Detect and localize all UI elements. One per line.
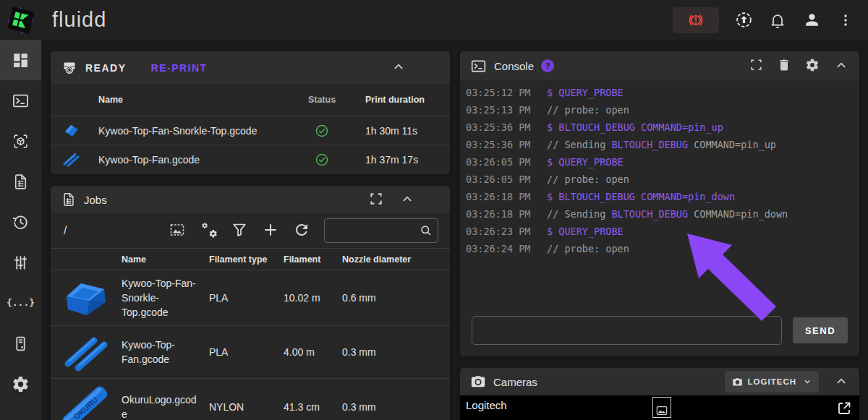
console-text: // probe: open	[547, 173, 629, 185]
job-file-row[interactable]: OKURUOkuruLogo.gcodeNYLON41.3 cm0.3 mm	[51, 379, 450, 420]
sidebar-item-history[interactable]	[0, 202, 41, 242]
console-text: BLTOUCH_DEBUG	[611, 139, 688, 150]
console-text: COMMAND=pin_down	[688, 208, 788, 220]
console-line: 03:26:18 PM$ BLTOUCH_DEBUG COMMAND=pin_d…	[466, 188, 852, 205]
console-title: Console	[494, 60, 534, 72]
status-panel: READY RE-PRINT Name Status Print duratio…	[51, 51, 450, 174]
jobs-toolbar: /	[51, 213, 450, 249]
notifications-button[interactable]	[768, 11, 787, 30]
console-input-row: SEND	[460, 310, 859, 356]
console-fullscreen-button[interactable]	[749, 58, 763, 74]
cameras-collapse-button[interactable]	[833, 373, 849, 391]
console-collapse-button[interactable]	[833, 57, 849, 75]
printer-icon	[61, 59, 78, 77]
system-icon	[12, 335, 30, 353]
camera-selector-button[interactable]: LOGITECH	[725, 371, 819, 393]
left-column: READY RE-PRINT Name Status Print duratio…	[51, 51, 450, 420]
console-text: $ QUERY_PROBE	[547, 87, 624, 98]
console-text: COMMAND=pin_up	[688, 139, 776, 150]
sidebar-item-macros[interactable]: {...}	[0, 283, 41, 323]
camera-feed-label: Logitech	[466, 399, 507, 411]
console-text: $ BLTOUCH_DEBUG COMMAND=pin_down	[547, 191, 735, 202]
console-line: 03:25:36 PM$ BLTOUCH_DEBUG COMMAND=pin_u…	[466, 119, 852, 136]
overflow-menu-button[interactable]	[836, 11, 855, 30]
jobs-panel-header: Jobs	[51, 186, 450, 213]
file-name: Kywoo-Top-Fan-Snorkle-Top.gcode	[98, 125, 278, 137]
console-timestamp: 03:26:24 PM	[466, 243, 547, 254]
print-duration: 1h 37m 17s	[365, 154, 450, 166]
console-timestamp: 03:25:36 PM	[466, 121, 547, 133]
jobs-collapse-button[interactable]	[399, 191, 415, 209]
console-clear-button[interactable]	[777, 58, 791, 74]
fullscreen-icon	[749, 58, 763, 72]
sidebar-item-system[interactable]	[0, 323, 41, 364]
right-column: Console ?	[460, 51, 859, 420]
broken-image-icon	[652, 397, 671, 418]
job-file-row[interactable]: Kywoo-Top-Fan.gcodePLA4.00 m0.3 mm	[51, 326, 450, 379]
filament-type: PLA	[209, 346, 284, 358]
console-text: $ QUERY_PROBE	[547, 226, 624, 237]
console-timestamp: 03:25:12 PM	[466, 87, 547, 98]
emergency-stop-button[interactable]	[673, 7, 719, 33]
console-line: 03:25:36 PM// Sending BLTOUCH_DEBUG COMM…	[466, 136, 852, 153]
history-icon	[12, 213, 30, 231]
console-panel: Console ?	[460, 51, 859, 356]
jobs-fullscreen-button[interactable]	[369, 192, 383, 208]
sidebar-item-dashboard[interactable]	[0, 40, 41, 80]
console-timestamp: 03:26:05 PM	[466, 173, 547, 185]
cameras-panel-header: Cameras LOGITECH	[460, 368, 859, 395]
console-settings-button[interactable]	[805, 58, 820, 74]
account-button[interactable]	[802, 11, 821, 30]
console-timestamp: 03:25:36 PM	[466, 139, 547, 150]
console-command-input[interactable]	[472, 316, 782, 345]
open-in-new-button[interactable]	[835, 400, 853, 419]
search-icon	[419, 223, 433, 238]
sidebar-item-jobs[interactable]	[0, 161, 41, 202]
sidebar-item-console[interactable]	[0, 80, 41, 121]
status-table-header: Name Status Print duration	[51, 84, 450, 116]
file-name: Kywoo-Top-Fan-Snorkle-Top.gcode	[122, 276, 209, 320]
status-file-row[interactable]: Kywoo-Top-Fan-Snorkle-Top.gcode1h 30m 11…	[51, 116, 450, 145]
thumbnails-toggle-button[interactable]	[169, 221, 186, 241]
help-icon[interactable]: ?	[541, 59, 554, 72]
sidebar-item-settings[interactable]	[0, 364, 41, 404]
bell-icon	[769, 12, 786, 29]
refresh-button[interactable]	[293, 221, 310, 241]
status-file-row[interactable]: Kywoo-Top-Fan.gcode1h 37m 17s	[51, 145, 450, 174]
top-app-bar: fluidd	[0, 0, 868, 40]
preview-icon	[12, 132, 30, 150]
update-available-button[interactable]	[734, 11, 753, 30]
search-input[interactable]	[332, 225, 419, 236]
file-name: OkuruLogo.gcode	[122, 393, 209, 420]
fluidd-logo-icon	[4, 4, 38, 37]
reprint-button[interactable]: RE-PRINT	[151, 62, 208, 74]
console-log[interactable]: 03:25:12 PM$ QUERY_PROBE03:25:13 PM// pr…	[460, 80, 859, 310]
filter-button[interactable]	[231, 221, 248, 241]
update-available-icon	[735, 11, 753, 29]
status-collapse-button[interactable]	[391, 59, 407, 77]
console-timestamp: 03:26:05 PM	[466, 156, 547, 168]
status-completed-icon	[278, 153, 365, 167]
cameras-title: Cameras	[493, 376, 537, 388]
sidebar-item-preview[interactable]	[0, 121, 41, 161]
file-settings-icon	[200, 221, 217, 239]
status-panel-header: READY RE-PRINT	[51, 51, 450, 84]
jobs-icon	[12, 173, 30, 191]
file-settings-button[interactable]	[200, 221, 217, 241]
gear-icon	[805, 58, 820, 72]
console-line: 03:25:13 PM// probe: open	[466, 101, 852, 119]
nozzle-diameter: 0.3 mm	[342, 401, 450, 413]
console-timestamp: 03:26:23 PM	[466, 226, 547, 237]
terminal-icon	[470, 58, 487, 74]
console-panel-header: Console ?	[460, 51, 859, 80]
chevron-up-icon	[833, 57, 849, 73]
fullscreen-icon	[369, 192, 383, 206]
jobs-panel: Jobs /	[51, 186, 450, 420]
add-button[interactable]	[262, 221, 279, 241]
sidebar-item-tune[interactable]	[0, 242, 41, 283]
nozzle-diameter: 0.6 mm	[342, 292, 450, 304]
console-line: 03:25:12 PM$ QUERY_PROBE	[466, 84, 852, 101]
job-file-row[interactable]: Kywoo-Top-Fan-Snorkle-Top.gcodePLA10.02 …	[51, 270, 450, 326]
send-button[interactable]: SEND	[793, 317, 848, 343]
camera-feed[interactable]: Logitech	[460, 395, 859, 420]
